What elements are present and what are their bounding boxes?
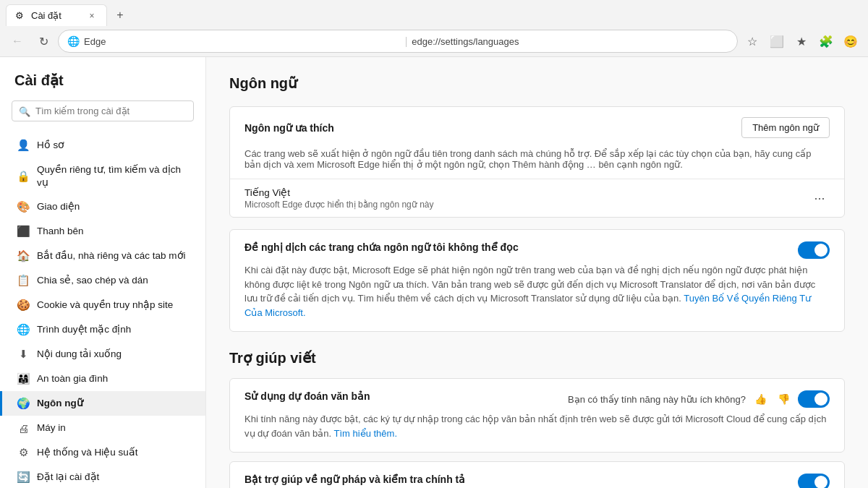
sidebar-item-performance[interactable]: ⚙ Hệ thống và Hiệu suất [0,440,205,465]
predict-card: Sử dụng dự đoán văn bản Bạn có thấy tính… [229,378,845,453]
sidebar-label-reset: Đặt lại cài đặt [37,471,99,484]
tab-icon: ⚙ [15,10,27,22]
favorites-button[interactable]: ☆ [741,30,764,53]
translate-card: Đề nghị dịch các trang chứa ngôn ngữ tôi… [229,229,845,332]
grammar-toggle[interactable] [798,474,830,488]
sidebar-label-new-tab: Bắt đầu, nhà riêng và các tab mới [37,249,186,262]
address-separator: | [405,35,408,47]
sidebar-label-privacy: Quyền riêng tư, tìm kiếm và dịch vụ [37,163,191,189]
section1-title: Ngôn ngữ [229,74,845,92]
share-icon: 📋 [17,274,30,287]
sidebar-label-downloads: Nội dung tải xuống [37,348,122,361]
preferred-lang-title: Ngôn ngữ ưa thích [244,122,334,134]
reset-icon: 🔄 [17,471,30,484]
preferred-lang-header: Ngôn ngữ ưa thích Thêm ngôn ngữ [230,107,844,148]
sidebar-label-family: An toàn gia đình [37,372,108,385]
sidebar-label-profile: Hồ sơ [37,139,64,152]
predict-title-row: Sử dụng dự đoán văn bản Bạn có thấy tính… [244,390,830,408]
new-tab-button[interactable]: + [110,5,130,25]
split-screen-button[interactable]: ⬜ [765,30,788,53]
cookies-icon: 🍪 [17,299,30,312]
tieng-viet-more-button[interactable]: ··· [809,188,830,208]
nav-actions: ☆ ⬜ ★ 🧩 😊 [741,30,862,53]
sidebar-item-privacy[interactable]: 🔒 Quyền riêng tư, tìm kiếm và dịch vụ [0,158,205,194]
grammar-card: Bật trợ giúp về ngữ pháp và kiểm tra chí… [229,461,845,488]
sidebar-item-share[interactable]: 📋 Chia sẻ, sao chép và dán [0,268,205,293]
thumbs-up-button[interactable]: 👍 [752,390,769,408]
settings-tab[interactable]: ⚙ Cài đặt × [6,4,107,26]
downloads-icon: ⬇ [17,348,30,361]
predict-toggle[interactable] [798,390,830,408]
extensions-button[interactable]: 🧩 [814,30,838,53]
sidebar-item-browser[interactable]: 🌐 Trình duyệt mặc định [0,317,205,342]
edge-brand-label: Edge [84,36,401,47]
sidebar-label-appearance: Giao diện [37,200,80,213]
predict-learn-link[interactable]: Tìm hiểu thêm. [334,428,397,439]
tieng-viet-sub: Microsoft Edge được hiển thị bằng ngôn n… [244,200,433,210]
search-box: 🔍 [12,100,194,121]
predict-title: Sử dụng dự đoán văn bản [244,390,370,402]
sidebar-label-cookies: Cookie và quyền truy nhập site [37,299,173,312]
tab-close-button[interactable]: × [86,10,98,22]
profile-button[interactable]: 😊 [839,30,862,53]
preferred-lang-desc: Các trang web sẽ xuất hiện ở ngôn ngữ đầ… [230,148,844,179]
sidebar-item-reset[interactable]: 🔄 Đặt lại cài đặt [0,465,205,488]
sidebar-item-languages[interactable]: 🌍 Ngôn ngữ [0,391,205,416]
add-lang-button[interactable]: Thêm ngôn ngữ [741,117,830,138]
translate-desc: Khi cài đặt này được bật, Microsoft Edge… [244,263,830,320]
sidebar-label-share: Chia sẻ, sao chép và dán [37,274,148,287]
browser-chrome: ⚙ Cài đặt × + ← ↻ 🌐 Edge | edge://settin… [0,0,868,57]
thumbs-down-button[interactable]: 👎 [775,390,792,408]
sidebar-item-downloads[interactable]: ⬇ Nội dung tải xuống [0,342,205,367]
appearance-icon: 🎨 [17,200,30,213]
new-tab-icon: 🏠 [17,249,30,262]
main-layout: Cài đặt 🔍 👤 Hồ sơ 🔒 Quyền riêng tư, tìm … [0,57,868,488]
languages-icon: 🌍 [17,397,30,410]
sidebar-item-family[interactable]: 👨‍👩‍👧 An toàn gia đình [0,367,205,391]
predict-desc: Khi tính năng này được bật, các ký tự dự… [244,412,830,440]
privacy-icon: 🔒 [17,170,30,183]
sidebar-icon: ⬛ [17,225,30,238]
sidebar-label-sidebar: Thanh bên [37,225,84,238]
sidebar-item-profile[interactable]: 👤 Hồ sơ [0,133,205,158]
translate-title-row: Đề nghị dịch các trang chứa ngôn ngữ tôi… [244,241,830,259]
grammar-title: Bật trợ giúp về ngữ pháp và kiểm tra chí… [244,474,465,485]
print-icon: 🖨 [17,421,30,435]
sidebar-label-browser: Trình duyệt mặc định [37,323,131,336]
tab-title: Cài đặt [31,10,82,21]
browser-icon: 🌐 [17,323,30,336]
sidebar-item-new-tab[interactable]: 🏠 Bắt đầu, nhà riêng và các tab mới [0,244,205,268]
sidebar-item-print[interactable]: 🖨 Máy in [0,416,205,440]
nav-bar: ← ↻ 🌐 Edge | edge://settings/languages ☆… [0,26,868,56]
section2-title: Trợ giúp viết [229,349,845,367]
performance-icon: ⚙ [17,446,30,459]
helpful-text: Bạn có thấy tính năng này hữu ích không? [568,394,746,405]
search-input[interactable] [12,100,194,121]
translate-title: Đề nghị dịch các trang chứa ngôn ngữ tôi… [244,241,519,253]
collections-button[interactable]: ★ [790,30,813,53]
tab-bar: ⚙ Cài đặt × + [0,0,868,26]
suggestion-row: Bạn có thấy tính năng này hữu ích không?… [568,390,830,408]
sidebar-label-languages: Ngôn ngữ [37,397,83,410]
address-bar[interactable]: 🌐 Edge | edge://settings/languages [58,30,738,53]
sidebar-label-print: Máy in [37,421,66,435]
sidebar-item-appearance[interactable]: 🎨 Giao diện [0,194,205,219]
grammar-title-row: Bật trợ giúp về ngữ pháp và kiểm tra chí… [244,474,830,488]
edge-logo-icon: 🌐 [67,35,80,47]
sidebar: Cài đặt 🔍 👤 Hồ sơ 🔒 Quyền riêng tư, tìm … [0,57,206,488]
translate-toggle[interactable] [798,241,830,259]
address-url: edge://settings/languages [412,36,728,47]
preferred-lang-card: Ngôn ngữ ưa thích Thêm ngôn ngữ Các tran… [229,106,845,218]
sidebar-item-cookies[interactable]: 🍪 Cookie và quyền truy nhập site [0,293,205,317]
tieng-viet-item: Tiếng Việt Microsoft Edge được hiển thị … [230,179,844,217]
search-icon: 🔍 [19,106,30,116]
profile-icon: 👤 [17,139,30,152]
refresh-button[interactable]: ↻ [32,30,55,53]
tieng-viet-name: Tiếng Việt [244,187,433,198]
sidebar-label-performance: Hệ thống và Hiệu suất [37,446,138,459]
content-area: Ngôn ngữ Ngôn ngữ ưa thích Thêm ngôn ngữ… [206,57,868,488]
sidebar-item-sidebar[interactable]: ⬛ Thanh bên [0,219,205,244]
tieng-viet-info: Tiếng Việt Microsoft Edge được hiển thị … [244,187,433,210]
back-button[interactable]: ← [6,30,29,53]
family-icon: 👨‍👩‍👧 [17,372,30,385]
